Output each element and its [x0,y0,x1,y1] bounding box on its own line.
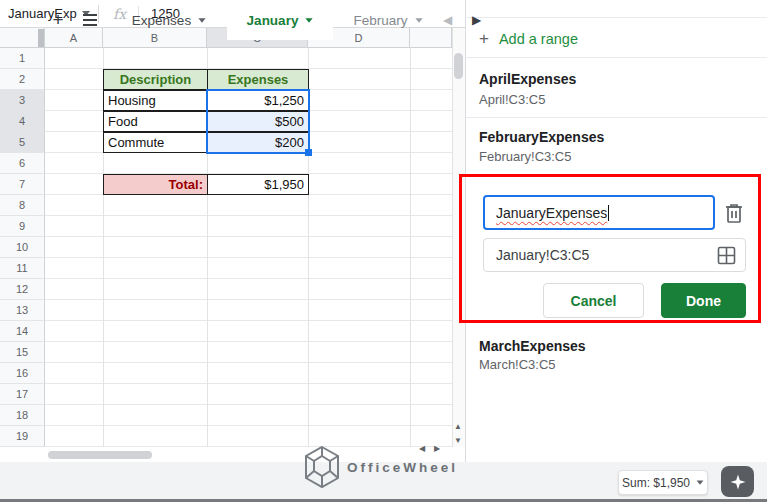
gridline [45,363,452,384]
gridline [45,405,452,426]
text-cursor [608,205,609,221]
tab-february-label: February [353,13,407,28]
explore-button[interactable] [721,466,754,497]
divider [465,17,767,18]
tab-scroll-right-icon[interactable]: ▶ [472,0,481,40]
gridline [45,300,452,321]
gridline [45,258,452,279]
grid-icon [717,246,736,265]
row-header-5[interactable]: 5 [0,132,45,153]
done-button[interactable]: Done [661,283,746,318]
named-range-april[interactable]: AprilExpenses [479,71,576,87]
row-header-15[interactable]: 15 [0,342,45,363]
cell-c7-total-value[interactable]: $1,950 [207,174,309,195]
horizontal-scrollbar-thumb[interactable] [48,451,152,459]
row-header-10[interactable]: 10 [0,237,45,258]
delete-range-button[interactable] [722,201,746,225]
gridline [45,321,452,342]
cell-b4[interactable]: Food [103,111,208,132]
tab-expenses-label: Expenses [132,13,191,28]
tab-expenses[interactable]: Expenses [118,0,220,40]
row-header-19[interactable]: 19 [0,426,45,447]
gridline [45,195,452,216]
gridline [45,279,452,300]
gridline [45,153,452,174]
chevron-down-icon [306,18,313,23]
gridline [410,48,411,447]
row-header-18[interactable]: 18 [0,405,45,426]
gridline [45,342,452,363]
scroll-left-icon[interactable]: ◀ [419,445,425,453]
named-ranges-panel [465,0,767,462]
chevron-down-icon [415,18,422,23]
row-header-9[interactable]: 9 [0,216,45,237]
select-data-range-button[interactable] [717,246,736,268]
add-a-range-button[interactable]: + Add a range [479,30,578,47]
row-header-17[interactable]: 17 [0,384,45,405]
chevron-down-icon [199,18,206,23]
row-header-14[interactable]: 14 [0,321,45,342]
vertical-scrollbar[interactable] [452,28,465,447]
named-range-march[interactable]: MarchExpenses [479,338,586,354]
cell-b2-description-header[interactable]: Description [103,69,208,90]
trash-icon [722,201,746,225]
hamburger-icon [82,13,98,27]
sum-label: Sum: $1,950 [622,476,690,490]
explore-star-icon [729,473,747,491]
gridline [45,237,452,258]
scroll-up-icon[interactable]: ▲ [454,423,462,431]
row-header-1[interactable]: 1 [0,48,45,69]
row-header-7[interactable]: 7 [0,174,45,195]
tab-february[interactable]: February [338,0,438,40]
cell-c2-expenses-header[interactable]: Expenses [207,69,309,90]
named-range-february-ref[interactable]: February!C3:C5 [479,149,571,164]
range-ref-value: January!C3:C5 [496,247,589,263]
cell-b3[interactable]: Housing [103,90,208,111]
add-sheet-button[interactable]: + [44,0,72,40]
gridline [45,48,452,69]
row-header-13[interactable]: 13 [0,300,45,321]
tab-scroll-left-icon[interactable]: ◀ [443,0,452,40]
cell-b5[interactable]: Commute [103,132,208,153]
gridline [45,384,452,405]
row-header-16[interactable]: 16 [0,363,45,384]
all-sheets-button[interactable] [76,0,104,40]
gridline [45,216,452,237]
row-header-11[interactable]: 11 [0,258,45,279]
tab-january-label: January [247,13,299,28]
add-a-range-label: Add a range [499,31,578,47]
divider [466,117,767,118]
cell-c4[interactable]: $500 [207,111,309,132]
chevron-down-icon [697,480,704,484]
divider [466,57,767,58]
row-header-3[interactable]: 3 [0,90,45,111]
tab-january-active[interactable]: January [227,0,333,40]
range-ref-input[interactable]: January!C3:C5 [483,238,746,272]
row-header-2[interactable]: 2 [0,69,45,90]
scroll-down-icon[interactable]: ▼ [454,437,462,445]
plus-icon: + [52,9,63,31]
row-header-12[interactable]: 12 [0,279,45,300]
cell-c3-active[interactable]: $1,250 [207,90,309,111]
cell-c5[interactable]: $200 [207,132,309,153]
named-range-march-ref[interactable]: March!C3:C5 [479,357,556,372]
vertical-scrollbar-thumb[interactable] [454,53,463,79]
named-range-april-ref[interactable]: April!C3:C5 [479,92,545,107]
row-header-6[interactable]: 6 [0,153,45,174]
row-header-8[interactable]: 8 [0,195,45,216]
range-name-value: JanuaryExpenses [496,205,607,221]
range-name-input[interactable]: JanuaryExpenses [483,195,715,230]
row-header-4[interactable]: 4 [0,111,45,132]
named-range-february[interactable]: FebruaryExpenses [479,129,604,145]
cancel-button[interactable]: Cancel [543,283,644,318]
gridline [45,426,452,447]
scroll-right-icon[interactable]: ▶ [434,445,440,453]
sum-indicator[interactable]: Sum: $1,950 [618,470,708,495]
fill-handle[interactable] [305,149,312,156]
cell-b7-total-label[interactable]: Total: [103,174,208,195]
spreadsheet-app: JanuaryExp fx 1250 ABCD 1234567891011121… [0,0,767,502]
